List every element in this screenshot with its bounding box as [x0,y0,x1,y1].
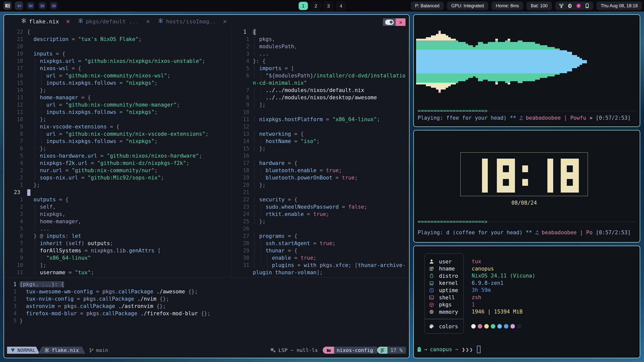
token: │ [253,233,256,239]
token [256,211,259,217]
shell-prompt[interactable]: → canopus ~ ❯ ❯ ❯ [417,345,480,353]
token: │ [33,102,37,108]
clock-segment [522,179,528,186]
wave-column [498,42,500,81]
token: = { [285,160,297,166]
tasklist-item[interactable]: $W [50,2,58,10]
gpu-pill[interactable]: GPU: Integrated [447,2,488,10]
wave-column [490,42,493,81]
tab-close-icon[interactable]: × [146,18,150,25]
wave-segment [555,50,557,73]
token [37,131,40,137]
token: ; [202,58,205,64]
wave-segment [525,42,528,50]
code-text: { [27,28,30,36]
token [256,255,259,261]
fetch-label: shell [439,295,455,301]
wave-segment [508,73,510,83]
wave-segment [428,83,431,86]
battery-pill[interactable]: Bat: 100 [527,2,552,10]
palette-icon [428,324,435,329]
ping-pill[interactable]: Home: 8ms [492,2,523,10]
wave-segment [567,52,570,71]
wave-segment [419,40,421,50]
power-profile-pill[interactable]: P: Balanced [411,2,444,10]
wave-segment [508,40,510,50]
token [27,116,33,122]
workspace-tag-4[interactable]: 4 [336,2,346,10]
token: username [40,269,65,276]
scissors-icon[interactable] [559,3,564,9]
code-line: plugin thunar-volman]; [232,269,409,276]
tab-pkgs-default-[interactable]: pkgs/default ...× [74,15,154,28]
wave-segment [433,73,436,83]
wave-column [428,37,431,86]
window-close-button[interactable]: × [396,18,406,26]
editor-pane-iso-image[interactable]: 1{1│ pkgs,2│ modulesPath,3│ ...4}: {5│ i… [232,28,409,276]
workspace-tag-2[interactable]: 2 [311,2,320,10]
workspace-tag-3[interactable]: 3 [324,2,333,10]
tab-close-icon[interactable]: × [66,18,70,25]
wave-segment [520,83,522,83]
line-number: 18 [4,58,23,65]
token: │ [266,255,269,261]
wave-segment [510,73,513,81]
tab-hosts-isoImag-[interactable]: hosts/isoImag..× [154,15,231,28]
color-dot [497,324,502,329]
progress-track [488,222,636,222]
wave-segment [528,42,530,50]
wave-segment [500,73,503,81]
wave-segment [473,50,475,73]
toggle-button[interactable] [383,18,396,26]
token: , [78,218,81,224]
tasklist-item[interactable]: $W [15,2,23,10]
token: }; [259,146,265,152]
token: astronvim [26,303,55,309]
tasklist-item[interactable]: $W [26,2,35,10]
token [27,197,33,203]
token: │ [33,211,37,217]
tasklist-item[interactable]: $W [38,2,46,10]
token [256,36,259,42]
token [37,218,40,224]
wave-column [557,49,560,75]
token [27,153,33,159]
branch-segment[interactable]: main [86,347,108,354]
flame-icon[interactable] [576,3,581,9]
project-segment[interactable]: nixos-config [334,347,377,354]
token: url [46,73,56,79]
wave-segment [426,73,428,83]
code-text: }; [27,182,40,189]
clock-segment [561,159,579,193]
wave-column [446,35,448,88]
tab-flake-nix[interactable]: flake.nix× [17,15,74,28]
wave-segment [441,50,443,73]
wave-segment [503,42,505,50]
folder-icon [326,348,331,353]
token [37,175,40,181]
token [27,131,33,137]
app-launcher-button[interactable] [3,2,12,10]
line-number: 3 [4,303,17,310]
clock-pill[interactable]: Thu Aug 08, 18:18 [596,2,642,10]
vertical-split-separator[interactable] [231,28,231,277]
wave-column [468,45,471,78]
bluetooth-icon[interactable] [567,3,573,9]
code-text: astronvim = pkgs.callPackage ./astronvim… [20,303,166,310]
wave-column [466,44,468,80]
tab-close-icon[interactable]: × [223,18,227,25]
phone-icon[interactable] [585,3,590,8]
code-text: tux-awesome-wm-config = pkgs.callPackage… [20,288,198,295]
editor-pane-flake-nix[interactable]: 22{21 description = "tux's NixOS Flake";… [4,28,231,276]
horizontal-split-separator[interactable] [4,277,409,277]
token: ssh.startAgent [266,240,310,246]
wave-segment [456,73,458,83]
editor-pane-pkgs-default[interactable]: 1{pkgs, ...}: {1 tux-awesome-wm-config =… [4,281,409,325]
fetch-row-shell: shell [428,294,455,301]
wave-column [560,50,562,73]
code-text: │ }; [27,116,46,123]
token [269,262,272,268]
wave-segment [513,42,515,50]
workspace-tag-1[interactable]: 1 [299,2,308,10]
wave-segment [448,37,451,41]
